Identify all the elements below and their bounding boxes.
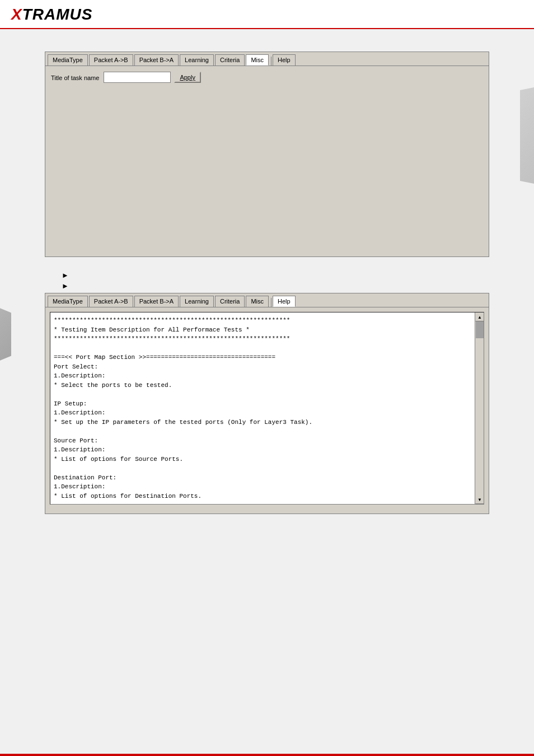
right-decoration-top	[520, 85, 534, 186]
bottom-panel: MediaType Packet A->B Packet B->A Learni…	[45, 293, 489, 514]
source-port-desc-text: * List of options for Source Ports.	[54, 455, 472, 464]
ip-setup-title: IP Setup:	[54, 399, 472, 409]
tab-separator-top	[271, 57, 271, 66]
tab-criteria-bottom[interactable]: Criteria	[215, 296, 245, 307]
tab-misc-top[interactable]: Misc	[246, 54, 269, 66]
tab-criteria-top[interactable]: Criteria	[215, 54, 245, 66]
task-name-input[interactable]	[104, 72, 171, 83]
task-name-label: Title of task name	[51, 72, 99, 84]
tab-mediatype-top[interactable]: MediaType	[48, 54, 88, 66]
help-stars-top: ****************************************…	[54, 316, 472, 325]
footer-line	[0, 754, 534, 756]
dest-port-desc-header: 1.Description:	[54, 482, 472, 492]
panel-bottom-padding	[45, 509, 489, 514]
tab-help-top[interactable]: Help	[273, 54, 296, 66]
scroll-down-button[interactable]: ▼	[475, 495, 484, 504]
left-decoration	[0, 304, 11, 365]
top-tab-bar: MediaType Packet A->B Packet B->A Learni…	[45, 52, 489, 66]
source-port-desc-header: 1.Description:	[54, 445, 472, 455]
help-title: * Testing Item Description for All Perfo…	[54, 325, 472, 335]
dest-port-desc-text: * List of options for Destination Ports.	[54, 492, 472, 501]
arrow-item-2: ►	[62, 282, 489, 290]
top-panel: MediaType Packet A->B Packet B->A Learni…	[45, 52, 489, 257]
tab-packet-ba-top[interactable]: Packet B->A	[134, 54, 179, 66]
help-panel-body: ▲ ▼ ************************************…	[50, 312, 484, 505]
source-port-title: Source Port:	[54, 436, 472, 446]
port-select-title: Port Select:	[54, 362, 472, 372]
tab-help-bottom[interactable]: Help	[273, 296, 296, 307]
ip-setup-desc-header: 1.Description:	[54, 408, 472, 418]
tab-misc-bottom[interactable]: Misc	[246, 296, 269, 307]
dest-port-title: Destination Port:	[54, 473, 472, 483]
logo-x: X	[11, 6, 22, 23]
header: XTRAMUS	[0, 0, 534, 29]
help-separator: ===<< Port Map Section >>===============…	[54, 353, 472, 362]
tab-mediatype-bottom[interactable]: MediaType	[48, 296, 88, 307]
ip-setup-desc-text: * Set up the IP parameters of the tested…	[54, 418, 472, 427]
scroll-up-button[interactable]: ▲	[475, 312, 484, 321]
apply-button[interactable]: Apply	[174, 72, 201, 83]
logo: XTRAMUS	[11, 6, 523, 24]
tab-packet-ba-bottom[interactable]: Packet B->A	[134, 296, 179, 307]
bottom-tab-bar: MediaType Packet A->B Packet B->A Learni…	[45, 293, 489, 307]
bottom-padding	[45, 525, 489, 548]
scroll-thumb[interactable]	[476, 321, 484, 338]
tab-packet-ab-bottom[interactable]: Packet A->B	[89, 296, 133, 307]
arrows-section: ► ►	[45, 268, 489, 293]
arrow-item-1: ►	[62, 271, 489, 279]
misc-panel-body: Title of task name Apply	[45, 66, 489, 256]
help-text-content: ****************************************…	[50, 312, 484, 504]
tab-separator-bottom	[271, 298, 271, 307]
port-select-desc-text: * Select the ports to be tested.	[54, 381, 472, 390]
scroll-track	[475, 321, 484, 495]
port-select-desc-header: 1.Description:	[54, 371, 472, 381]
tab-learning-bottom[interactable]: Learning	[180, 296, 214, 307]
help-stars-bottom: ****************************************…	[54, 334, 472, 344]
logo-rest: TRAMUS	[22, 6, 93, 23]
tab-learning-top[interactable]: Learning	[180, 54, 214, 66]
tab-packet-ab-top[interactable]: Packet A->B	[89, 54, 133, 66]
scrollbar[interactable]: ▲ ▼	[475, 312, 484, 504]
